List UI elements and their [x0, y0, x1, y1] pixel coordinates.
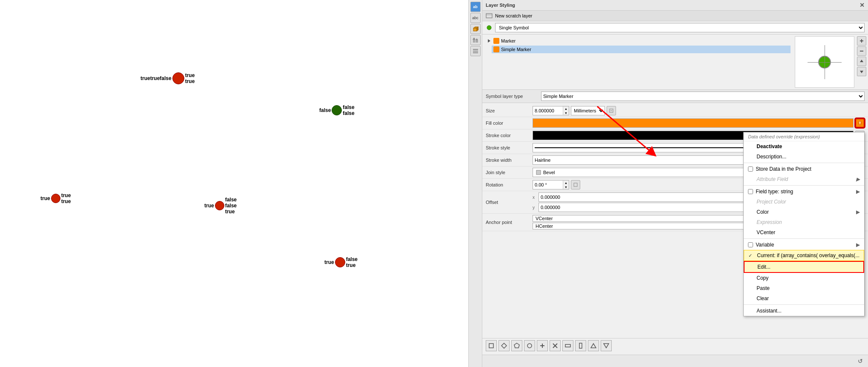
- remove-icon: [859, 49, 864, 54]
- shape-triangle-btn[interactable]: [588, 340, 599, 351]
- svg-rect-40: [579, 343, 582, 348]
- dropdown-project-color[interactable]: Project Color: [744, 197, 864, 207]
- field-type-checkbox[interactable]: [748, 189, 753, 194]
- add-icon: [859, 38, 864, 43]
- color-arrow: ▶: [856, 209, 860, 215]
- shape-rect-v-btn[interactable]: [575, 340, 586, 351]
- plus-shape-icon: [539, 343, 545, 349]
- stroke-width-label: Stroke width: [486, 158, 533, 163]
- circle-red-5: [335, 257, 345, 267]
- move-down-btn[interactable]: [857, 67, 866, 76]
- sym-layer-type-row: Symbol layer type Simple Marker: [482, 90, 868, 103]
- circle-red-1: [172, 72, 184, 84]
- fill-color-swatch[interactable]: [533, 118, 854, 128]
- shape-pentagon-btn[interactable]: [511, 340, 522, 351]
- dropdown-variable[interactable]: Variable ▶: [744, 240, 864, 250]
- dropdown-clear[interactable]: Clear: [744, 293, 864, 304]
- tree-item-marker[interactable]: Marker: [485, 37, 791, 45]
- tool-btn-cube[interactable]: [470, 24, 481, 34]
- svg-rect-26: [536, 170, 541, 175]
- description-label: Description...: [756, 154, 786, 160]
- move-up-btn[interactable]: [857, 57, 866, 66]
- variable-arrow: ▶: [856, 242, 860, 248]
- shape-cross-btn[interactable]: [550, 340, 561, 351]
- shape-circle-btn[interactable]: [524, 340, 535, 351]
- bevel-icon: [536, 169, 541, 175]
- dropdown-expression[interactable]: Expression: [744, 217, 864, 227]
- rotation-label: Rotation: [486, 182, 533, 187]
- dropdown-copy[interactable]: Copy: [744, 273, 864, 283]
- svg-marker-41: [591, 344, 596, 348]
- dropdown-field-type[interactable]: Field type: string ▶: [744, 186, 864, 197]
- variable-checkbox[interactable]: [748, 242, 753, 247]
- svg-marker-18: [860, 71, 863, 73]
- fill-color-data-defined-btn[interactable]: [855, 118, 865, 128]
- dropdown-current[interactable]: ✓ Current: if (array_contains( overlay_e…: [744, 250, 864, 261]
- size-down-btn[interactable]: ▼: [563, 111, 569, 115]
- shape-diamond-btn[interactable]: [498, 340, 510, 351]
- dropdown-attribute-field[interactable]: Attribute Field ▶: [744, 174, 864, 184]
- map-point-3: true true true: [40, 192, 71, 204]
- dropdown-assistant[interactable]: Assistant...: [744, 306, 864, 316]
- size-unit-select[interactable]: Millimeters: [571, 106, 605, 115]
- dropdown-store-data[interactable]: Store Data in the Project: [744, 164, 864, 174]
- dropdown-description[interactable]: Description...: [744, 152, 864, 162]
- toolbar-strip: ab abc: [469, 0, 482, 367]
- variable-label: Variable: [756, 242, 774, 248]
- assistant-label: Assistant...: [756, 308, 782, 314]
- dropdown-color[interactable]: Color ▶: [744, 207, 864, 217]
- rotation-down-btn[interactable]: ▼: [563, 185, 569, 189]
- rotation-spinner: ▲ ▼: [533, 180, 569, 189]
- dropdown-paste[interactable]: Paste: [744, 283, 864, 293]
- rotation-input[interactable]: [533, 181, 563, 189]
- shape-triangle-inv-btn[interactable]: [601, 340, 612, 351]
- point4-label-false1: false: [225, 197, 237, 203]
- rotation-data-btn[interactable]: [571, 180, 580, 189]
- store-data-label: Store Data in the Project: [756, 166, 811, 172]
- size-data-defined-btn[interactable]: [607, 106, 616, 115]
- circle-red-3: [51, 194, 60, 203]
- tool-btn-houses[interactable]: [470, 35, 481, 45]
- svg-rect-10: [486, 14, 492, 18]
- dropdown-deactivate[interactable]: Deactivate: [744, 141, 864, 152]
- anchor-label: Anchor point: [486, 220, 533, 225]
- point1-label-true1: true: [140, 75, 150, 81]
- store-data-checkbox[interactable]: [748, 166, 753, 172]
- svg-marker-13: [488, 39, 490, 43]
- size-input[interactable]: [533, 106, 563, 115]
- remove-layer-btn[interactable]: [857, 46, 866, 56]
- shape-plus-btn[interactable]: [537, 340, 548, 351]
- simple-marker-color-icon: [493, 46, 499, 52]
- symbol-side-btns: [856, 34, 868, 89]
- divider-4: [744, 304, 864, 305]
- rotation-up-btn[interactable]: ▲: [563, 181, 569, 185]
- tool-btn-ab2[interactable]: abc: [470, 13, 481, 23]
- svg-rect-5: [476, 40, 478, 43]
- add-layer-btn[interactable]: [857, 36, 866, 46]
- rect-v-shape-icon: [578, 343, 584, 349]
- svg-point-12: [487, 26, 491, 30]
- symbol-type-row: Single Symbol: [482, 21, 868, 34]
- stroke-color-label: Stroke color: [486, 133, 533, 138]
- undo-button[interactable]: ↺: [856, 357, 865, 365]
- close-icon[interactable]: ✕: [859, 2, 865, 9]
- size-spinner-btns: ▲ ▼: [563, 106, 569, 115]
- map-point-4: true false false true: [204, 197, 237, 215]
- sym-layer-type-select[interactable]: Simple Marker: [541, 92, 865, 101]
- tool-btn-ab1[interactable]: ab: [470, 2, 481, 12]
- shape-rect-h-btn[interactable]: [562, 340, 573, 351]
- dropdown-edit[interactable]: Edit...: [744, 261, 864, 273]
- divider-2: [744, 185, 864, 186]
- offset-label: Offset: [486, 200, 533, 205]
- offset-y-label: y: [533, 205, 538, 210]
- svg-point-34: [527, 344, 532, 348]
- size-up-btn[interactable]: ▲: [563, 106, 569, 111]
- point4-label-false2: false: [225, 203, 237, 209]
- tree-item-simple-marker[interactable]: Simple Marker: [492, 46, 791, 53]
- svg-marker-17: [860, 60, 863, 62]
- symbol-type-select[interactable]: Single Symbol: [495, 23, 865, 32]
- dropdown-vcenter[interactable]: VCenter: [744, 227, 864, 238]
- shape-square-btn[interactable]: [486, 340, 497, 351]
- tool-btn-layers[interactable]: [470, 46, 481, 56]
- point2-label-false3: false: [343, 110, 354, 116]
